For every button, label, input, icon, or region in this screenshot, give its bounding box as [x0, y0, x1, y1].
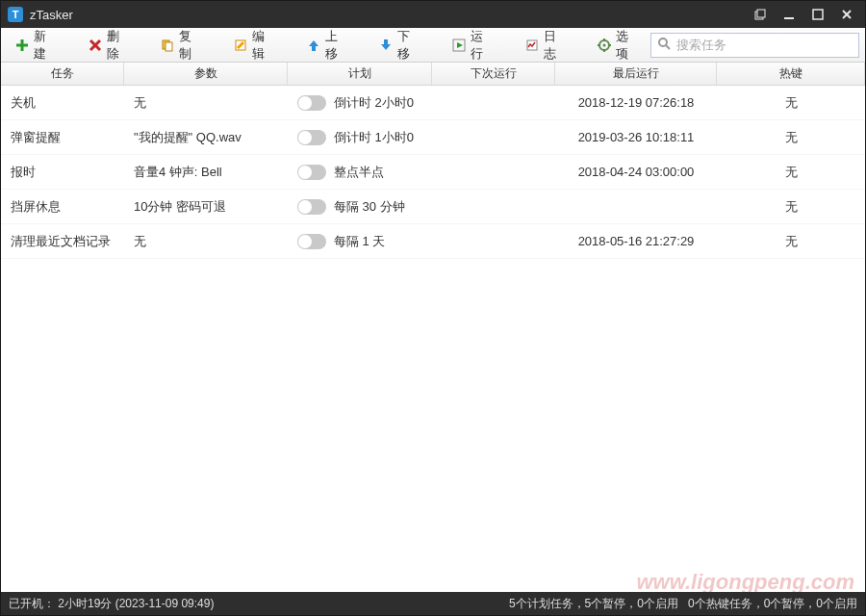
new-label: 新建 — [34, 28, 59, 63]
edit-button[interactable]: 编辑 — [225, 33, 285, 58]
status-hotkey-summary: 0个热键任务，0个暂停，0个启用 — [688, 596, 857, 612]
log-label: 日志 — [544, 28, 569, 63]
delete-button[interactable]: 删除 — [80, 33, 140, 58]
cell-hotkey: 无 — [717, 198, 865, 216]
col-header-hotkey[interactable]: 热键 — [717, 63, 865, 85]
svg-point-19 — [603, 43, 606, 46]
svg-text:T: T — [13, 9, 19, 20]
gear-icon — [597, 38, 612, 53]
cell-task: 弹窗提醒 — [1, 129, 124, 146]
run-button[interactable]: 运行 — [444, 33, 503, 58]
uptime-value: 2小时19分 (2023-11-09 09:49) — [58, 597, 214, 610]
log-button[interactable]: 日志 — [517, 33, 576, 58]
uptime-label: 已开机： — [9, 597, 55, 610]
cell-plan: 整点半点 — [334, 164, 384, 181]
copy-label: 复制 — [179, 28, 204, 63]
window-title: zTasker — [30, 8, 73, 22]
svg-rect-3 — [757, 10, 765, 17]
log-icon — [524, 38, 540, 53]
enable-toggle[interactable] — [297, 199, 326, 215]
col-header-plan[interactable]: 计划 — [288, 63, 432, 85]
maximize-button[interactable] — [803, 1, 832, 28]
cell-plan: 倒计时 2小时0 — [334, 94, 414, 112]
movedown-button[interactable]: 下移 — [370, 33, 430, 58]
enable-toggle[interactable] — [297, 130, 326, 145]
delete-label: 删除 — [107, 28, 132, 63]
arrow-up-icon — [306, 38, 321, 53]
cell-hotkey: 无 — [717, 94, 865, 112]
svg-rect-13 — [166, 42, 172, 51]
cell-last: 2019-03-26 10:18:11 — [555, 130, 717, 144]
copy-icon — [160, 38, 175, 53]
cell-task: 报时 — [1, 164, 124, 181]
table-row[interactable]: 弹窗提醒"我的提醒" QQ.wav倒计时 1小时02019-03-26 10:1… — [1, 120, 865, 155]
task-list: 关机无倒计时 2小时02018-12-19 07:26:18无弹窗提醒"我的提醒… — [1, 86, 865, 592]
cell-task: 关机 — [1, 94, 124, 112]
options-button[interactable]: 选项 — [589, 33, 649, 58]
cell-hotkey: 无 — [717, 129, 865, 146]
run-icon — [451, 38, 467, 53]
col-header-last[interactable]: 最后运行 — [555, 63, 717, 85]
svg-rect-5 — [813, 10, 823, 19]
enable-toggle[interactable] — [297, 234, 326, 249]
app-icon: T — [7, 6, 24, 23]
cell-plan: 每隔 1 天 — [334, 233, 385, 250]
cell-last: 2018-12-19 07:26:18 — [555, 95, 717, 110]
run-label: 运行 — [471, 28, 496, 63]
search-box[interactable] — [650, 33, 859, 58]
cell-plan: 每隔 30 分钟 — [334, 198, 405, 216]
cell-param: "我的提醒" QQ.wav — [124, 129, 288, 146]
new-button[interactable]: 新建 — [7, 33, 66, 58]
arrow-down-icon — [378, 38, 394, 53]
cell-param: 无 — [124, 233, 288, 250]
status-bar: 已开机： 2小时19分 (2023-11-09 09:49) 5个计划任务，5个… — [1, 592, 865, 615]
enable-toggle[interactable] — [297, 165, 326, 180]
edit-label: 编辑 — [252, 28, 277, 63]
svg-point-24 — [659, 38, 667, 46]
table-row[interactable]: 清理最近文档记录无每隔 1 天2018-05-16 21:27:29无 — [1, 224, 865, 259]
cell-hotkey: 无 — [717, 164, 865, 181]
enable-toggle[interactable] — [297, 95, 326, 111]
cell-task: 清理最近文档记录 — [1, 233, 124, 250]
restore-window-button[interactable] — [746, 1, 775, 28]
cell-param: 10分钟 密码可退 — [124, 198, 288, 216]
movedown-label: 下移 — [397, 28, 422, 63]
search-input[interactable] — [676, 38, 853, 52]
delete-icon — [88, 38, 103, 53]
cell-last: 2018-04-24 03:00:00 — [555, 165, 717, 179]
svg-line-25 — [666, 45, 670, 49]
cell-plan: 倒计时 1小时0 — [334, 129, 414, 146]
cell-last: 2018-05-16 21:27:29 — [555, 234, 717, 248]
table-row[interactable]: 报时音量4 钟声: Bell整点半点2018-04-24 03:00:00无 — [1, 155, 865, 190]
table-row[interactable]: 关机无倒计时 2小时02018-12-19 07:26:18无 — [1, 86, 865, 120]
status-plan-summary: 5个计划任务，5个暂停，0个启用 — [509, 596, 678, 612]
col-header-task[interactable]: 任务 — [1, 63, 124, 85]
col-header-next[interactable]: 下次运行 — [432, 63, 555, 85]
svg-marker-16 — [457, 42, 463, 48]
plus-icon — [14, 38, 30, 53]
cell-param: 音量4 钟声: Bell — [124, 164, 288, 181]
cell-param: 无 — [124, 94, 288, 112]
column-header-row: 任务 参数 计划 下次运行 最后运行 热键 — [1, 63, 865, 86]
toolbar: 新建 删除 复制 编辑 上移 下移 运行 日志 选项 — [1, 28, 865, 63]
search-icon — [657, 37, 671, 54]
close-button[interactable] — [832, 1, 861, 28]
title-bar: T zTasker — [1, 1, 865, 28]
edit-icon — [233, 38, 248, 53]
col-header-param[interactable]: 参数 — [124, 63, 288, 85]
moveup-button[interactable]: 上移 — [298, 33, 358, 58]
cell-task: 挡屏休息 — [1, 198, 124, 216]
minimize-button[interactable] — [775, 1, 803, 28]
copy-button[interactable]: 复制 — [152, 33, 212, 58]
options-label: 选项 — [616, 28, 641, 63]
cell-hotkey: 无 — [717, 233, 865, 250]
moveup-label: 上移 — [325, 28, 350, 63]
table-row[interactable]: 挡屏休息10分钟 密码可退每隔 30 分钟无 — [1, 190, 865, 224]
